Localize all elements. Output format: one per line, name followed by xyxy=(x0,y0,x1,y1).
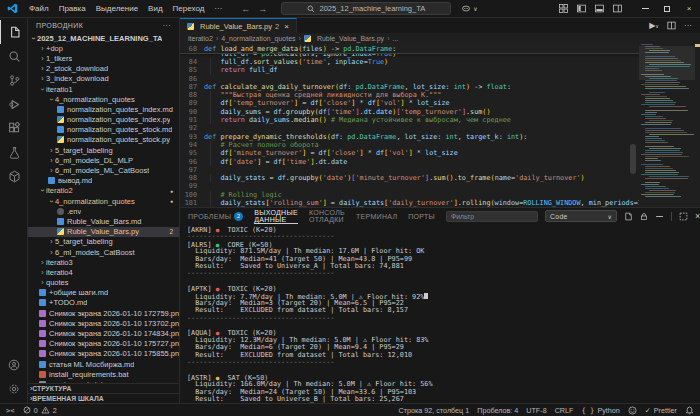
tree-file[interactable]: вывод.md xyxy=(28,176,179,186)
encoding[interactable]: UTF-8 xyxy=(522,406,550,415)
tree-file[interactable]: Снимок экрана 2026-01-10 175727.png xyxy=(28,339,179,349)
menu-файл[interactable]: Файл xyxy=(24,0,54,17)
eol-sequence[interactable]: CRLF xyxy=(551,406,578,415)
feedback-smiley-icon[interactable] xyxy=(624,406,641,415)
cursor-position[interactable]: Строка 92, столбец 1 xyxy=(394,406,473,415)
tree-item-label: iteratio2 xyxy=(46,186,73,195)
problems-status[interactable]: 0 2 xyxy=(19,404,61,416)
tree-folder[interactable]: ›iteratio3 xyxy=(28,257,179,267)
tree-folder[interactable]: ›5_target_labeling xyxy=(28,145,179,155)
toggle-sidebar-icon[interactable] xyxy=(577,4,586,13)
tree-file[interactable]: Ruble_Value_Bars.md xyxy=(28,216,179,226)
search-icon[interactable] xyxy=(0,44,28,68)
tree-folder[interactable]: ›5_target_labeling xyxy=(28,237,179,247)
language-mode[interactable]: { }Python xyxy=(577,406,623,415)
split-editor-icon[interactable] xyxy=(667,21,676,30)
menu-вид[interactable]: Вид xyxy=(143,0,167,17)
panel-tab-порты[interactable]: ПОРТЫ xyxy=(408,208,435,224)
sidebar-section-структура[interactable]: ›СТРУКТУРА xyxy=(28,383,179,393)
code-line: 98 daily_stats = df.groupby('date')['min… xyxy=(180,174,700,182)
panel-tab-проблемы[interactable]: ПРОБЛЕМЫ2 xyxy=(188,208,243,224)
back-arrow-icon[interactable]: ← xyxy=(241,4,250,14)
breadcrumb-item[interactable]: Ruble_Value_Bars.py xyxy=(317,35,384,42)
tree-folder[interactable]: ›iteratio1 xyxy=(28,84,179,94)
clear-output-icon[interactable] xyxy=(655,212,664,221)
remote-indicator[interactable]: >< xyxy=(6,404,19,416)
breadcrumb-item[interactable]: 4_normalization_quotes xyxy=(221,35,295,42)
menu-правка[interactable]: Правка xyxy=(54,0,91,17)
tree-folder[interactable]: ›3_index_download xyxy=(28,74,179,84)
tree-folder[interactable]: ›4_normalization_quotes● xyxy=(28,196,179,206)
account-icon[interactable] xyxy=(0,353,28,377)
editor-more-actions-icon[interactable]: ··· xyxy=(684,21,692,30)
toggle-secondary-sidebar-icon[interactable] xyxy=(613,4,622,13)
tree-folder[interactable]: ›6_ml_models_DL_MLP xyxy=(28,155,179,165)
tree-folder[interactable]: ›6_ml_models_CatBoost xyxy=(28,247,179,257)
tab-ruble-value-bars[interactable]: Ruble_Value_Bars.py 2 × xyxy=(180,18,297,33)
tree-file[interactable]: Снимок экрана 2026-01-10 174834.png xyxy=(28,328,179,338)
breadcrumb-item[interactable]: ... xyxy=(392,35,398,42)
maximize-button[interactable] xyxy=(656,0,678,17)
tree-file[interactable]: normalization_quotes_stock.py xyxy=(28,135,179,145)
minimap[interactable] xyxy=(639,44,695,207)
toggle-panel-icon[interactable] xyxy=(595,4,604,13)
tree-file[interactable]: normalization_quotes_stock.md xyxy=(28,125,179,135)
tree-file[interactable]: .env xyxy=(28,206,179,216)
formatter-status[interactable]: ✓Prettier xyxy=(641,406,681,415)
tree-file[interactable]: Снимок экрана 2026-01-10 173702.png xyxy=(28,318,179,328)
extensions-icon[interactable] xyxy=(0,116,28,140)
tree-folder[interactable]: ›quotes xyxy=(28,278,179,288)
menu-[interactable]: ··· xyxy=(209,0,227,17)
output-filter-input[interactable] xyxy=(446,211,538,222)
source-control-icon[interactable] xyxy=(0,68,28,92)
sidebar-section-временная-шкала[interactable]: ›ВРЕМЕННАЯ ШКАЛА xyxy=(28,393,179,403)
lock-autoscroll-icon[interactable] xyxy=(640,212,648,221)
tree-file[interactable]: Снимок экрана 2026-01-10 175855.png xyxy=(28,349,179,359)
customize-layout-icon[interactable] xyxy=(559,4,568,13)
run-debug-icon[interactable] xyxy=(0,92,28,116)
tree-file[interactable]: normalization_quotes_index.py xyxy=(28,115,179,125)
command-center-search[interactable]: 2025_12_machine_learning_TA xyxy=(281,2,451,15)
tree-root-folder[interactable]: ›2025_12_MACHINE_LEARNING_TA xyxy=(28,33,179,43)
code-editor[interactable]: 68def load_and_merge_data(files) -> pd.D… xyxy=(180,44,700,208)
copilot-menu[interactable]: ∨ xyxy=(461,4,477,13)
minimize-button[interactable] xyxy=(634,0,656,17)
output-source-dropdown[interactable]: Code ∨ xyxy=(545,210,617,222)
notifications-bell-icon[interactable] xyxy=(681,406,694,415)
tree-file[interactable]: Снимок экрана 2026-01-10 172759.png xyxy=(28,308,179,318)
run-python-button[interactable]: ▶∨ xyxy=(649,21,659,30)
tree-folder[interactable]: ›4_normalization_quotes xyxy=(28,94,179,104)
tree-file[interactable]: +TODO.md xyxy=(28,298,179,308)
explorer-icon[interactable] xyxy=(0,20,28,44)
tree-folder[interactable]: ›6_ml_models_ML_CatBoost xyxy=(28,165,179,175)
forward-arrow-icon[interactable]: → xyxy=(258,4,267,14)
explorer-more-actions-icon[interactable]: ··· xyxy=(163,22,171,29)
testing-icon[interactable] xyxy=(0,140,28,164)
close-button[interactable]: × xyxy=(678,0,700,17)
tab-close-icon[interactable]: × xyxy=(284,22,289,31)
tree-folder[interactable]: ›iteratio2● xyxy=(28,186,179,196)
maximize-panel-icon[interactable] xyxy=(679,212,688,221)
tree-folder[interactable]: ›1_tikers xyxy=(28,53,179,63)
menu-выделение[interactable]: Выделение xyxy=(91,0,143,17)
panel-tab-терминал[interactable]: ТЕРМИНАЛ xyxy=(356,208,397,224)
editor-scrollbar[interactable] xyxy=(630,144,636,174)
tree-file[interactable]: статья ML Мосбиржа.md xyxy=(28,359,179,369)
tree-file[interactable]: install_requirements.bat xyxy=(28,369,179,379)
tree-file[interactable]: Ruble_Value_Bars.py2 xyxy=(28,227,179,237)
tree-folder[interactable]: ›iteratio4 xyxy=(28,267,179,277)
remote-icon[interactable] xyxy=(0,164,28,188)
code-line: 90 daily_sums = df.groupby(df['time'].dt… xyxy=(180,108,700,116)
open-output-in-editor-icon[interactable] xyxy=(624,212,633,221)
indentation[interactable]: Пробелов: 4 xyxy=(473,406,522,415)
tree-file[interactable]: +общие шаги.md xyxy=(28,288,179,298)
tree-folder[interactable]: ›2_stock_download xyxy=(28,64,179,74)
panel-tab-консоль-отладки[interactable]: КОНСОЛЬ ОТЛАДКИ xyxy=(309,208,345,224)
tree-folder[interactable]: ›+dop xyxy=(28,43,179,53)
settings-gear-icon[interactable] xyxy=(0,377,28,401)
panel-tab-выходные-данные[interactable]: ВЫХОДНЫЕ ДАННЫЕ xyxy=(254,208,298,224)
tree-file[interactable]: normalization_quotes_index.md xyxy=(28,104,179,114)
close-panel-icon[interactable]: × xyxy=(695,211,700,221)
breadcrumb-item[interactable]: iteratio2 xyxy=(188,35,213,42)
menu-переход[interactable]: Переход xyxy=(168,0,210,17)
